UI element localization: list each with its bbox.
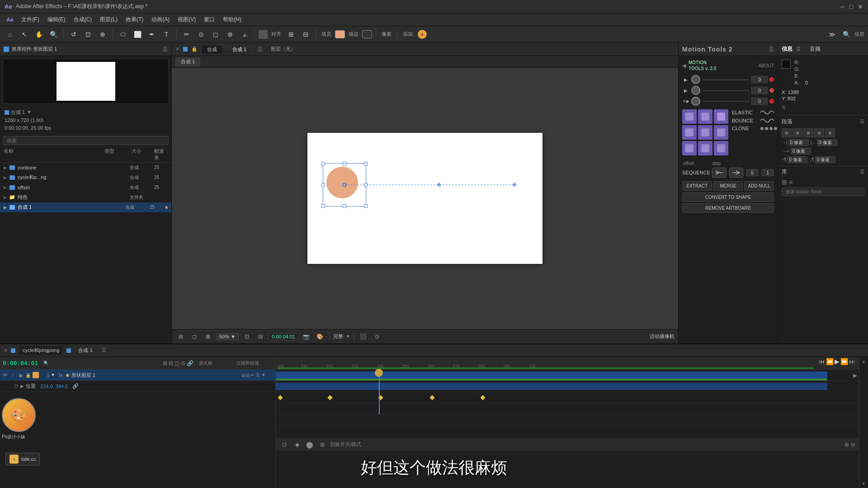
menu-adobe[interactable]: Ae [3, 16, 17, 24]
play-btn[interactable]: ▶ [835, 358, 840, 365]
select-tool[interactable]: ↖ [18, 28, 31, 41]
slider-arrow-mult[interactable]: ✕▶ [682, 98, 689, 105]
convert-shape-btn[interactable]: CONVERT TO SHAPE [682, 192, 774, 202]
slider-handle-2[interactable] [691, 86, 700, 95]
search-help[interactable]: 🔍 [840, 28, 853, 41]
tab-comp1[interactable]: 合成 1 [226, 45, 252, 54]
time-display[interactable]: 0:00:04:01 [269, 333, 298, 340]
project-item-offset[interactable]: ▶ offset 合成 25 [0, 183, 171, 192]
play-first-btn[interactable]: ⏮ [819, 358, 825, 365]
slider-track-1[interactable] [702, 79, 750, 80]
pos-expand-icon[interactable]: ▶ [20, 384, 24, 389]
tl-center-dot[interactable]: ⬤ [305, 440, 315, 450]
close-btn[interactable]: ✕ [857, 4, 863, 10]
info-menu[interactable]: ☰ [796, 46, 801, 52]
align-justify-btn[interactable]: ≡ [814, 128, 824, 137]
snapshot-btn[interactable]: 📷 [301, 332, 312, 342]
exposure-btn[interactable]: ⊙ [372, 332, 382, 342]
menu-animation[interactable]: 动画(A) [148, 15, 173, 24]
stamp-tool[interactable]: ⊙ [195, 28, 208, 41]
zoom-selector[interactable]: 50% ▼ [216, 333, 239, 340]
layer-ctrl-2[interactable]: ⊟ [246, 373, 250, 378]
lib-list-btn[interactable]: ≡ [789, 178, 793, 186]
grid-btn-4[interactable] [682, 125, 697, 140]
layer-mode-1[interactable]: 无 ▼ [255, 372, 274, 378]
keyframe-1[interactable] [278, 395, 283, 400]
layer-audio-icon[interactable]: ♪ [9, 372, 16, 378]
pos-chain-icon[interactable]: 🔗 [72, 383, 79, 389]
keyframe-5[interactable] [480, 395, 485, 400]
mask-tool[interactable]: ⬭ [117, 28, 129, 41]
tl-tool-3[interactable]: ◫ [175, 360, 179, 366]
left-indent-input[interactable] [788, 139, 809, 146]
add-null-btn[interactable]: ADD NULL [744, 181, 774, 191]
grid-btn-9[interactable] [714, 141, 728, 155]
search-input[interactable] [3, 136, 169, 145]
tl-time-display[interactable]: 0:00:04:01 [3, 360, 38, 366]
slider-arrow-right-1[interactable]: ▶ [682, 76, 689, 83]
slider-dot-2[interactable] [769, 88, 774, 93]
slider-track-2[interactable] [702, 90, 750, 91]
viewer-layout-icon[interactable]: ⊞ [175, 332, 186, 342]
add-btn[interactable]: + [418, 30, 427, 39]
tl-keyframe-nav[interactable]: ◆ [292, 440, 302, 450]
grid-btn-7[interactable] [682, 141, 697, 155]
tl-extra-btn-1[interactable]: ⊕ [844, 441, 849, 448]
playhead-handle[interactable] [375, 369, 383, 377]
keyframe-2[interactable] [327, 395, 332, 400]
quality-dropdown[interactable]: ▼ [346, 334, 350, 339]
fit-frame-btn[interactable]: ⊡ [241, 332, 252, 342]
pos-value[interactable]: 234.0, 394.0 [40, 384, 68, 389]
seq-num-1[interactable] [746, 169, 759, 176]
pos-stopwatch-icon[interactable]: ⏱ [14, 384, 19, 389]
space-before-input[interactable] [787, 156, 807, 163]
maximize-btn[interactable]: □ [848, 4, 854, 10]
parent-dropdown[interactable]: 无 ▼ [255, 372, 266, 377]
mt-menu-icon[interactable]: ☰ [769, 46, 774, 52]
snap-toggle[interactable]: ⊟ [299, 28, 312, 41]
more-tools[interactable]: ≫ [826, 28, 838, 41]
pen-tool[interactable]: ✒ [146, 28, 158, 41]
lib-menu[interactable]: ☰ [860, 169, 864, 175]
space-after-input[interactable] [815, 156, 835, 163]
lib-grid-btn[interactable]: ⊞ [782, 178, 787, 186]
layer-expand[interactable]: ▼ [51, 372, 56, 378]
text-tool[interactable]: T [160, 28, 173, 41]
close-comp-icon[interactable]: ✕ [175, 46, 179, 52]
safe-zones-btn[interactable]: ⊟ [255, 332, 266, 342]
tab-composition[interactable]: 合成 [201, 45, 223, 54]
tl-work-area-btn[interactable]: ⊡ [279, 440, 289, 450]
project-item-comp1[interactable]: ▶ 合成 1 合成 25 ■ [0, 202, 171, 212]
tl-sub-layer-pos[interactable]: ⏱ ▶ 位置 234.0, 394.0 🔗 [0, 381, 275, 392]
zoom-tool[interactable]: 🔍 [47, 28, 60, 41]
seq-btn-1[interactable] [712, 168, 726, 178]
project-item-contiune[interactable]: ▶ contiune 合成 25 [0, 163, 171, 173]
switch-mode-label[interactable]: 切换开关/模式 [330, 441, 361, 448]
tl-tool-1[interactable]: ⊞ [163, 360, 167, 366]
layer-fx-icon[interactable]: fx [57, 372, 64, 378]
project-item-solidfolder[interactable]: ▶ 📁 纯色 文件夹 [0, 192, 171, 202]
roto-tool[interactable]: ⊛ [224, 28, 236, 41]
first-indent-input[interactable] [791, 148, 811, 155]
play-next-btn[interactable]: ⏩ [840, 358, 848, 365]
panel-menu-icon[interactable]: ☰ [163, 46, 168, 52]
viewer-display-icon[interactable]: ◻ [189, 332, 200, 342]
eraser-tool[interactable]: ◻ [209, 28, 222, 41]
layer-lock-icon[interactable]: 🔒 [25, 372, 31, 378]
breadcrumb-tab[interactable]: 合成 1 [175, 57, 200, 66]
viewer-transparency-icon[interactable]: ⊠ [203, 332, 213, 342]
color-btn[interactable]: 🎨 [315, 332, 326, 342]
tl-extra-btn-2[interactable]: ⊖ [851, 441, 855, 448]
tl-tool-5[interactable]: 🔗 [187, 360, 193, 366]
slider-track-3[interactable] [702, 101, 750, 102]
audio-tab[interactable]: 音频 [810, 45, 821, 53]
remove-artboard-btn[interactable]: REMOVE ARTBOARD [682, 203, 774, 213]
slider-value-2[interactable] [751, 87, 768, 94]
shape-tool[interactable]: ⬜ [131, 28, 144, 41]
right-indent-input[interactable] [817, 139, 837, 146]
seq-btn-2[interactable] [729, 168, 744, 178]
tl-tab-cycle[interactable]: cycle和pingpong [19, 346, 63, 355]
info-tab[interactable]: 信息 [782, 45, 793, 53]
grid-btn-5[interactable] [698, 125, 712, 140]
alpha-btn[interactable]: ⬛ [358, 332, 369, 342]
